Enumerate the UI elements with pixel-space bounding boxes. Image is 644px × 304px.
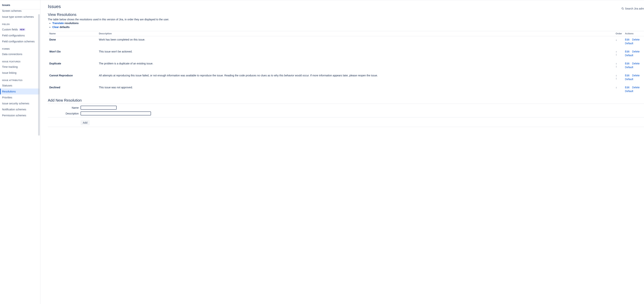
default-link[interactable]: Default	[625, 54, 633, 57]
name-label: Name	[48, 106, 80, 109]
sidebar-group-issue-features: ISSUE FEATURES	[0, 57, 40, 64]
delete-link[interactable]: Delete	[632, 74, 640, 77]
translate-rest: resolutions	[64, 22, 78, 25]
description-label: Description	[48, 112, 80, 115]
sidebar-group-forms: FORMS	[0, 44, 40, 51]
default-link[interactable]: Default	[625, 90, 633, 93]
delete-link[interactable]: Delete	[632, 62, 640, 65]
sidebar-item-label: Data connections	[2, 53, 22, 56]
view-resolutions-title: View Resolutions	[48, 12, 644, 17]
resolutions-table: Name Description Order Actions DoneWork …	[48, 31, 644, 94]
table-row: DuplicateThe problem is a duplicate of a…	[48, 59, 644, 71]
arrow-up-icon[interactable]: ↑	[616, 86, 622, 89]
divider	[48, 104, 644, 104]
table-row: Cannot ReproduceAll attempts at reproduc…	[48, 71, 644, 82]
resolution-name: Done	[48, 36, 97, 47]
clear-rest: defaults	[60, 25, 70, 28]
order-cell: ↑↓	[614, 59, 624, 71]
table-row: DoneWork has been completed on this issu…	[48, 36, 644, 47]
sidebar-item-field-configurations[interactable]: Field configurations	[0, 32, 40, 38]
table-row: DeclinedThis issue was not approved.↑Edi…	[48, 82, 644, 94]
add-button[interactable]: Add	[80, 120, 90, 125]
order-cell: ↓	[614, 36, 624, 47]
arrow-down-icon[interactable]: ↓	[616, 53, 622, 56]
sidebar-item-statuses[interactable]: Statuses	[0, 82, 40, 88]
actions-cell: EditDeleteDefault	[624, 36, 644, 47]
sidebar-item-label: Priorities	[2, 96, 12, 99]
resolution-description: Work has been completed on this issue.	[97, 36, 614, 47]
default-link[interactable]: Default	[625, 42, 633, 45]
resolution-name: Declined	[48, 82, 97, 94]
order-cell: ↑↓	[614, 47, 624, 59]
scrollbar[interactable]	[38, 14, 40, 136]
clear-link[interactable]: Clear	[52, 25, 59, 28]
sidebar-item-issue-linking[interactable]: Issue linking	[0, 70, 40, 76]
order-cell: ↑↓	[614, 71, 624, 82]
arrow-down-icon[interactable]: ↓	[616, 65, 622, 68]
new-badge: NEW	[19, 28, 26, 31]
edit-link[interactable]: Edit	[625, 38, 630, 41]
sidebar-item-label: Issue type screen schemes	[2, 15, 34, 18]
add-resolution-title: Add New Resolution	[48, 98, 644, 102]
sidebar-item-label: Field configurations	[2, 34, 25, 37]
arrow-down-icon[interactable]: ↓	[616, 77, 622, 79]
resolution-name: Cannot Reproduce	[48, 71, 97, 82]
page-title: Issues	[48, 4, 61, 9]
sidebar-item-label: Screen schemes	[2, 9, 22, 12]
sidebar-item-field-configuration-schemes[interactable]: Field configuration schemes	[0, 38, 40, 44]
search-jira-admin[interactable]: Search Jira adm	[622, 6, 644, 10]
resolution-name: Won't Do	[48, 47, 97, 59]
delete-link[interactable]: Delete	[632, 86, 640, 89]
table-row: Won't DoThis issue won't be actioned.↑↓E…	[48, 47, 644, 59]
actions-cell: EditDeleteDefault	[624, 71, 644, 82]
search-icon	[622, 7, 624, 10]
sidebar-item-label: Resolutions	[2, 90, 16, 93]
name-input[interactable]	[80, 106, 116, 110]
resolution-description: This issue was not approved.	[97, 82, 614, 94]
sidebar-section-title: Issues	[0, 0, 40, 9]
sidebar-item-data-connections[interactable]: Data connections	[0, 51, 40, 57]
sidebar-group-issue-attributes: ISSUE ATTRIBUTES	[0, 76, 40, 82]
col-header-actions: Actions	[624, 31, 644, 36]
arrow-down-icon[interactable]: ↓	[616, 38, 622, 41]
sidebar-item-issue-type-screen-schemes[interactable]: Issue type screen schemes	[0, 14, 40, 20]
edit-link[interactable]: Edit	[625, 86, 630, 89]
sidebar-item-custom-fields[interactable]: Custom fields NEW	[0, 26, 40, 32]
resolution-description: The problem is a duplicate of an existin…	[97, 59, 614, 71]
delete-link[interactable]: Delete	[632, 38, 640, 41]
sidebar-item-time-tracking[interactable]: Time tracking	[0, 64, 40, 70]
sidebar-item-label: Custom fields	[2, 28, 18, 31]
actions-cell: EditDeleteDefault	[624, 47, 644, 59]
sidebar-item-label: Statuses	[2, 84, 12, 87]
main-content: Issues Search Jira adm View Resolutions …	[40, 0, 644, 304]
translate-list-item: Translate resolutions	[52, 21, 644, 25]
description-input[interactable]	[80, 111, 151, 115]
col-header-name: Name	[48, 31, 97, 36]
default-link[interactable]: Default	[625, 78, 633, 81]
resolution-name: Duplicate	[48, 59, 97, 71]
delete-link[interactable]: Delete	[632, 50, 640, 53]
resolution-description: This issue won't be actioned.	[97, 47, 614, 59]
actions-cell: EditDeleteDefault	[624, 82, 644, 94]
sidebar-item-permission-schemes[interactable]: Permission schemes	[0, 112, 40, 118]
sidebar-item-notification-schemes[interactable]: Notification schemes	[0, 106, 40, 112]
sidebar-item-label: Notification schemes	[2, 108, 26, 111]
svg-line-1	[623, 9, 624, 10]
svg-point-0	[622, 8, 623, 9]
sidebar-item-screen-schemes[interactable]: Screen schemes	[0, 9, 40, 14]
sidebar-item-label: Time tracking	[2, 65, 18, 68]
col-header-description: Description	[97, 31, 614, 36]
default-link[interactable]: Default	[625, 66, 633, 69]
col-header-order: Order	[614, 31, 624, 36]
resolution-description: All attempts at reproducing this issue f…	[97, 71, 614, 82]
sidebar-item-priorities[interactable]: Priorities	[0, 94, 40, 100]
edit-link[interactable]: Edit	[625, 62, 630, 65]
edit-link[interactable]: Edit	[625, 50, 630, 53]
translate-link[interactable]: Translate	[52, 22, 64, 25]
clear-list-item: Clear defaults	[52, 25, 644, 29]
sidebar-item-resolutions[interactable]: Resolutions	[0, 88, 40, 94]
intro-list: Translate resolutions Clear defaults	[48, 21, 644, 29]
edit-link[interactable]: Edit	[625, 74, 630, 77]
sidebar-item-issue-security-schemes[interactable]: Issue security schemes	[0, 100, 40, 106]
sidebar: Issues Screen schemes Issue type screen …	[0, 0, 40, 304]
